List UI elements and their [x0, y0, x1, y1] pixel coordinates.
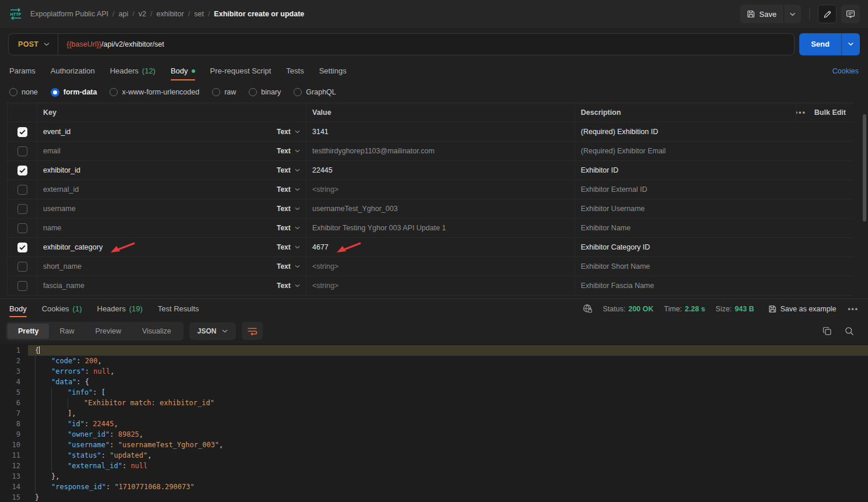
tab-params[interactable]: Params: [9, 60, 36, 82]
value-cell[interactable]: usernameTest_Yghor_003: [306, 199, 574, 218]
tab-authorization[interactable]: Authorization: [51, 60, 95, 82]
cookies-link[interactable]: Cookies: [832, 67, 859, 75]
save-as-example-button[interactable]: Save as example: [768, 305, 837, 313]
type-selector[interactable]: Text: [271, 142, 306, 160]
key-cell[interactable]: fascia_name: [37, 276, 271, 295]
line-number[interactable]: 13: [0, 471, 28, 482]
response-tab-cookies[interactable]: Cookies(1): [42, 299, 82, 318]
value-cell[interactable]: testthirdyghorep1103@mailinator.com: [306, 142, 574, 160]
type-selector[interactable]: Text: [271, 257, 306, 276]
body-mode-binary[interactable]: binary: [249, 88, 281, 96]
type-selector[interactable]: Text: [271, 219, 306, 237]
breadcrumb-item[interactable]: api: [119, 10, 129, 18]
key-cell[interactable]: exhibitor_id: [37, 161, 271, 180]
description-cell[interactable]: Exhibitor ID: [574, 161, 796, 180]
line-number[interactable]: 12: [0, 461, 28, 471]
line-number[interactable]: 11: [0, 450, 28, 461]
description-cell[interactable]: Exhibitor Category ID: [574, 238, 796, 257]
line-number[interactable]: 3: [0, 366, 28, 377]
view-tab-raw[interactable]: Raw: [49, 324, 84, 339]
view-tab-pretty[interactable]: Pretty: [8, 324, 49, 339]
view-tab-preview[interactable]: Preview: [84, 324, 131, 339]
tab-tests[interactable]: Tests: [286, 60, 304, 82]
search-response-button[interactable]: [845, 327, 854, 336]
key-cell[interactable]: exhibitor_category: [37, 238, 271, 257]
line-number[interactable]: 14: [0, 482, 28, 492]
line-number[interactable]: 9: [0, 429, 28, 440]
breadcrumb-item[interactable]: v2: [139, 10, 146, 18]
format-selector[interactable]: JSON: [189, 322, 237, 340]
row-checkbox[interactable]: [17, 146, 27, 156]
line-number[interactable]: 5: [0, 387, 28, 398]
row-checkbox[interactable]: [17, 127, 27, 137]
body-mode-graphql[interactable]: GraphQL: [294, 88, 336, 96]
row-checkbox[interactable]: [17, 281, 27, 291]
response-tab-headers[interactable]: Headers(19): [97, 299, 143, 318]
type-selector[interactable]: Text: [271, 161, 306, 180]
key-cell[interactable]: email: [37, 142, 271, 160]
line-number[interactable]: 7: [0, 408, 28, 419]
row-checkbox[interactable]: [17, 204, 27, 214]
key-cell[interactable]: event_id: [37, 122, 271, 141]
save-options-button[interactable]: [784, 5, 801, 23]
key-cell[interactable]: short_name: [37, 257, 271, 276]
response-tab-test-results[interactable]: Test Results: [158, 299, 199, 318]
description-cell[interactable]: Exhibitor Short Name: [574, 257, 796, 276]
description-cell[interactable]: Exhibitor Name: [574, 219, 796, 237]
value-cell[interactable]: 4677: [306, 238, 574, 257]
value-cell[interactable]: <string>: [306, 276, 574, 295]
response-tab-body[interactable]: Body: [9, 299, 27, 318]
send-options-button[interactable]: [841, 33, 860, 55]
body-mode-none[interactable]: none: [9, 88, 38, 96]
wrap-text-button[interactable]: [242, 322, 263, 340]
row-checkbox[interactable]: [17, 243, 27, 252]
tab-body[interactable]: Body: [171, 60, 195, 82]
description-cell[interactable]: Exhibitor External ID: [574, 180, 796, 199]
row-checkbox[interactable]: [17, 262, 27, 272]
line-number[interactable]: 10: [0, 440, 28, 450]
body-mode-form-data[interactable]: form-data: [51, 88, 97, 97]
send-button[interactable]: Send: [799, 33, 841, 55]
comments-button[interactable]: [841, 5, 860, 23]
line-number[interactable]: 4: [0, 377, 28, 387]
description-cell[interactable]: Exhibitor Fascia Name: [574, 276, 796, 295]
value-cell[interactable]: 22445: [306, 161, 574, 180]
body-mode-raw[interactable]: raw: [212, 88, 236, 96]
save-button[interactable]: Save: [740, 5, 784, 23]
copy-response-button[interactable]: [823, 327, 832, 336]
line-number[interactable]: 8: [0, 419, 28, 429]
type-selector[interactable]: Text: [271, 199, 306, 218]
line-number[interactable]: 6: [0, 398, 28, 408]
method-selector[interactable]: POST: [9, 34, 58, 55]
table-scrollbar[interactable]: [863, 114, 866, 222]
row-checkbox[interactable]: [17, 223, 27, 233]
description-cell[interactable]: Exhibitor Username: [574, 199, 796, 218]
response-more-options-icon[interactable]: •••: [848, 305, 859, 313]
edit-documentation-button[interactable]: [818, 5, 837, 23]
row-checkbox[interactable]: [17, 166, 27, 175]
tab-headers[interactable]: Headers(12): [110, 60, 156, 82]
time-value[interactable]: 2.28 s: [685, 305, 705, 313]
breadcrumb-item[interactable]: Expoplatform Public API: [30, 10, 108, 18]
line-number[interactable]: 15: [0, 492, 28, 502]
value-cell[interactable]: Exhibitor Testing Yghor 003 API Update 1: [306, 219, 574, 237]
line-number[interactable]: 1: [0, 345, 28, 356]
key-cell[interactable]: name: [37, 219, 271, 237]
size-value[interactable]: 943 B: [735, 305, 754, 313]
tab-pre-request-script[interactable]: Pre-request Script: [210, 60, 271, 82]
description-cell[interactable]: (Required) Exhibition ID: [574, 122, 796, 141]
value-cell[interactable]: <string>: [306, 257, 574, 276]
view-tab-visualize[interactable]: Visualize: [132, 324, 182, 339]
type-selector[interactable]: Text: [271, 122, 306, 141]
more-options-icon[interactable]: •••: [796, 108, 806, 117]
row-checkbox[interactable]: [17, 185, 27, 195]
description-cell[interactable]: (Required) Exhibitor Email: [574, 142, 796, 160]
type-selector[interactable]: Text: [271, 276, 306, 295]
line-number[interactable]: 2: [0, 356, 28, 366]
url-input[interactable]: {{baseUrl}}/api/v2/exhibitor/set: [58, 40, 172, 48]
key-cell[interactable]: username: [37, 199, 271, 218]
response-body-viewer[interactable]: 1{2"code": 200,3"errors": null,4"data": …: [0, 343, 868, 502]
type-selector[interactable]: Text: [271, 238, 306, 257]
bulk-edit-button[interactable]: Bulk Edit: [814, 108, 846, 117]
value-cell[interactable]: 3141: [306, 122, 574, 141]
